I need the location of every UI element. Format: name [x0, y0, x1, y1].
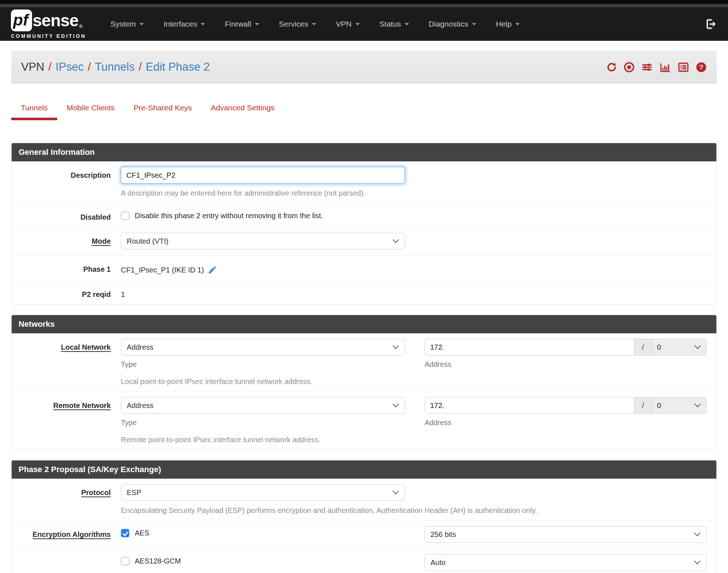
protocol-label: Protocol: [12, 484, 121, 515]
chevron-down-icon: [694, 532, 701, 537]
aes-key-length-select[interactable]: 256 bits: [425, 526, 707, 543]
slash-separator: /: [634, 339, 652, 356]
p2reqid-label: P2 reqid: [12, 286, 121, 299]
disabled-row: Disabled Disable this phase 2 entry with…: [12, 203, 716, 227]
breadcrumb-ipsec[interactable]: IPsec: [55, 60, 84, 74]
description-row: Description A description may be entered…: [12, 161, 716, 203]
window-top-strip-2: [0, 4, 728, 7]
empty-label: [12, 554, 121, 571]
chevron-down-icon: [139, 23, 144, 25]
page-tabs: Tunnels Mobile Clients Pre-Shared Keys A…: [11, 98, 717, 120]
nav-item-label: Firewall: [225, 20, 251, 28]
remote-network-label: Remote Network: [12, 397, 121, 444]
nav-item-help[interactable]: Help: [486, 7, 530, 41]
aes-checkbox-group: AES: [121, 526, 405, 537]
breadcrumb-edit-phase-2[interactable]: Edit Phase 2: [146, 60, 210, 74]
help-icon[interactable]: ?: [696, 62, 707, 73]
aes-checkbox[interactable]: [121, 529, 129, 537]
logout-icon[interactable]: [705, 18, 717, 30]
disabled-checkbox-group: Disable this phase 2 entry without remov…: [121, 209, 707, 220]
chevron-down-icon: [392, 239, 399, 243]
tab-tunnels[interactable]: Tunnels: [11, 98, 57, 120]
chevron-down-icon: [201, 23, 205, 25]
description-label: Description: [12, 167, 121, 197]
top-navbar: pf sense ® COMMUNITY EDITION System Inte…: [0, 7, 728, 41]
nav-item-firewall[interactable]: Firewall: [215, 7, 269, 41]
refresh-icon[interactable]: [606, 62, 617, 73]
trademark-symbol: ®: [79, 24, 83, 29]
mode-label: Mode: [12, 233, 121, 250]
breadcrumb-actions: ?: [606, 62, 707, 73]
disabled-checkbox-label: Disable this phase 2 entry without remov…: [135, 212, 323, 220]
remote-network-type-select[interactable]: Address: [121, 397, 405, 414]
local-network-type-value: Address: [127, 343, 153, 352]
chevron-down-icon: [515, 23, 520, 25]
local-network-address-input[interactable]: [425, 339, 634, 356]
nav-item-label: Status: [379, 20, 401, 28]
nav-item-interfaces[interactable]: Interfaces: [154, 7, 215, 41]
nav-item-services[interactable]: Services: [269, 7, 326, 41]
breadcrumb: VPN / IPsec / Tunnels / Edit Phase 2 ?: [11, 50, 717, 84]
chevron-down-icon: [255, 23, 259, 25]
pfsense-logo[interactable]: pf sense ® COMMUNITY EDITION: [11, 9, 86, 39]
chevron-down-icon: [355, 23, 360, 25]
edit-pencil-icon[interactable]: [208, 265, 217, 275]
aes128gcm-checkbox-label: AES128-GCM: [135, 557, 181, 565]
protocol-select[interactable]: ESP: [121, 484, 405, 501]
community-edition-label: COMMUNITY EDITION: [11, 33, 86, 39]
breadcrumb-vpn: VPN: [21, 60, 44, 74]
svg-text:?: ?: [699, 63, 703, 71]
nav-item-system[interactable]: System: [101, 7, 154, 41]
tab-mobile-clients[interactable]: Mobile Clients: [57, 98, 124, 120]
remote-network-type-value: Address: [127, 401, 153, 410]
disabled-label: Disabled: [12, 209, 121, 221]
chevron-down-icon: [392, 490, 399, 495]
remote-network-help-text: Remote point-to-point IPsec interface tu…: [121, 436, 707, 444]
tab-pre-shared-keys[interactable]: Pre-Shared Keys: [124, 98, 201, 120]
aes128gcm-checkbox[interactable]: [121, 557, 129, 565]
local-network-help-text: Local point-to-point IPsec interface tun…: [121, 377, 707, 386]
aes128gcm-checkbox-group: AES128-GCM: [121, 554, 405, 565]
phase2-proposal-panel: Phase 2 Proposal (SA/Key Exchange) Proto…: [11, 460, 717, 573]
stop-icon[interactable]: [623, 62, 635, 73]
phase1-row: Phase 1 CF1_IPsec_P1 (IKE ID 1): [12, 255, 716, 280]
disabled-checkbox[interactable]: [121, 212, 129, 220]
chevron-down-icon: [694, 403, 701, 408]
chevron-down-icon: [694, 560, 701, 565]
protocol-select-value: ESP: [127, 488, 141, 497]
chevron-down-icon: [392, 345, 399, 349]
sliders-icon[interactable]: [641, 62, 653, 73]
general-information-panel: General Information Description A descri…: [11, 143, 717, 305]
slash-separator: /: [634, 397, 652, 414]
mode-select[interactable]: Routed (VTI): [121, 233, 405, 250]
tab-advanced-settings[interactable]: Advanced Settings: [201, 98, 284, 120]
aes-key-length-value: 256 bits: [430, 530, 456, 539]
remote-network-type-caption: Type: [121, 419, 405, 427]
bar-chart-icon[interactable]: [659, 62, 671, 73]
description-input[interactable]: [121, 167, 405, 184]
local-network-row: Local Network Address /: [12, 333, 716, 391]
remote-network-address-input[interactable]: [425, 397, 634, 414]
remote-network-address-caption: Address: [425, 419, 707, 427]
log-icon[interactable]: [677, 62, 689, 73]
mode-row: Mode Routed (VTI): [12, 227, 716, 255]
remote-network-prefix-select[interactable]: 0: [652, 397, 707, 414]
nav-item-label: Help: [496, 20, 512, 28]
encryption-aes128gcm-row: AES128-GCM Auto: [12, 548, 716, 573]
local-network-type-select[interactable]: Address: [121, 339, 405, 356]
aes128gcm-key-length-select[interactable]: Auto: [425, 554, 707, 571]
main-menu: System Interfaces Firewall Services VPN …: [101, 7, 530, 41]
chevron-down-icon: [312, 23, 316, 25]
section-title-phase2-proposal: Phase 2 Proposal (SA/Key Exchange): [12, 460, 716, 479]
nav-item-status[interactable]: Status: [370, 7, 419, 41]
phase1-value: CF1_IPsec_P1 (IKE ID 1): [121, 266, 204, 274]
breadcrumb-tunnels[interactable]: Tunnels: [95, 60, 135, 74]
nav-item-diagnostics[interactable]: Diagnostics: [419, 7, 486, 41]
chevron-down-icon: [405, 23, 409, 25]
mode-select-value: Routed (VTI): [127, 237, 168, 246]
nav-item-label: Interfaces: [164, 20, 197, 28]
section-title-general-information: General Information: [12, 143, 716, 161]
window-top-strip: [0, 0, 728, 4]
nav-item-vpn[interactable]: VPN: [326, 7, 369, 41]
local-network-prefix-select[interactable]: 0: [652, 339, 707, 356]
